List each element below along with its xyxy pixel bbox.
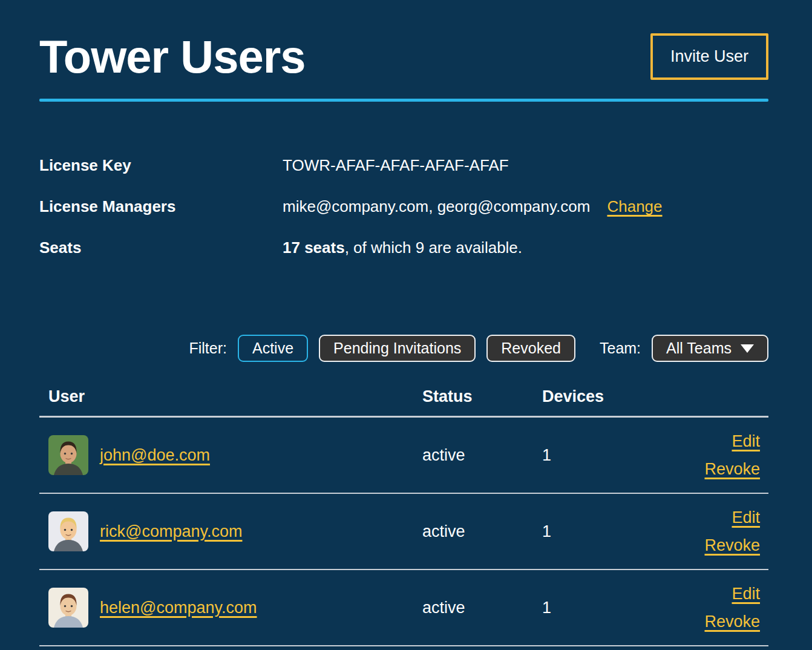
- user-devices: 1: [542, 599, 687, 617]
- user-email-link[interactable]: helen@company.com: [100, 599, 257, 617]
- user-email-link[interactable]: rick@company.com: [100, 522, 242, 541]
- invite-user-button[interactable]: Invite User: [650, 33, 768, 80]
- license-key-row: License Key TOWR-AFAF-AFAF-AFAF-AFAF: [39, 156, 768, 175]
- column-header-devices: Devices: [542, 387, 687, 406]
- seats-value: 17 seats, of which 9 are available.: [283, 238, 522, 257]
- tower-users-page: Tower Users Invite User License Key TOWR…: [0, 28, 812, 646]
- table-row: rick@company.com active 1 Edit Revoke: [39, 494, 768, 570]
- page-header: Tower Users Invite User: [39, 28, 768, 85]
- team-label: Team:: [600, 340, 641, 357]
- seats-row: Seats 17 seats, of which 9 are available…: [39, 238, 768, 257]
- actions-cell: Edit Revoke: [687, 432, 768, 479]
- user-status: active: [422, 599, 542, 617]
- title-divider: [39, 99, 768, 102]
- user-devices: 1: [542, 446, 687, 465]
- license-info-section: License Key TOWR-AFAF-AFAF-AFAF-AFAF Lic…: [39, 156, 768, 257]
- table-row: john@doe.com active 1 Edit Revoke: [39, 418, 768, 494]
- users-table: User Status Devices: [39, 387, 768, 646]
- actions-cell: Edit Revoke: [687, 508, 768, 555]
- user-cell: rick@company.com: [48, 511, 422, 551]
- license-key-value: TOWR-AFAF-AFAF-AFAF-AFAF: [283, 156, 509, 175]
- edit-link[interactable]: Edit: [732, 508, 760, 527]
- user-devices: 1: [542, 522, 687, 541]
- user-status: active: [422, 446, 542, 465]
- seats-count: 17 seats: [283, 238, 345, 257]
- filter-pending-invitations-button[interactable]: Pending Invitations: [319, 335, 476, 362]
- user-status: active: [422, 522, 542, 541]
- seats-detail: , of which 9 are available.: [345, 238, 522, 257]
- revoke-link[interactable]: Revoke: [704, 536, 760, 555]
- filter-bar: Filter: Active Pending Invitations Revok…: [39, 335, 768, 362]
- column-header-user: User: [48, 387, 422, 406]
- user-cell: john@doe.com: [48, 435, 422, 475]
- user-avatar: [48, 588, 88, 628]
- team-dropdown[interactable]: All Teams: [652, 335, 768, 362]
- license-managers-value: mike@company.com, georg@company.comChang…: [283, 197, 663, 216]
- license-managers-label: License Managers: [39, 197, 283, 216]
- license-managers-row: License Managers mike@company.com, georg…: [39, 197, 768, 216]
- user-avatar: [48, 435, 88, 475]
- user-cell: helen@company.com: [48, 588, 422, 628]
- user-avatar: [48, 511, 88, 551]
- user-email-link[interactable]: john@doe.com: [100, 446, 210, 465]
- revoke-link[interactable]: Revoke: [704, 460, 760, 479]
- column-header-status: Status: [422, 387, 542, 406]
- table-row: helen@company.com active 1 Edit Revoke: [39, 570, 768, 646]
- license-managers-emails: mike@company.com, georg@company.com: [283, 197, 590, 215]
- revoke-link[interactable]: Revoke: [704, 612, 760, 631]
- team-dropdown-value: All Teams: [666, 341, 732, 356]
- filter-label: Filter:: [189, 340, 227, 357]
- change-managers-link[interactable]: Change: [607, 197, 662, 215]
- table-header-row: User Status Devices: [39, 387, 768, 418]
- license-key-label: License Key: [39, 156, 283, 175]
- edit-link[interactable]: Edit: [732, 432, 760, 451]
- seats-label: Seats: [39, 238, 283, 257]
- page-title: Tower Users: [39, 28, 306, 85]
- caret-down-icon: [741, 344, 754, 353]
- filter-active-button[interactable]: Active: [238, 335, 308, 362]
- edit-link[interactable]: Edit: [732, 585, 760, 603]
- actions-cell: Edit Revoke: [687, 585, 768, 631]
- filter-revoked-button[interactable]: Revoked: [486, 335, 575, 362]
